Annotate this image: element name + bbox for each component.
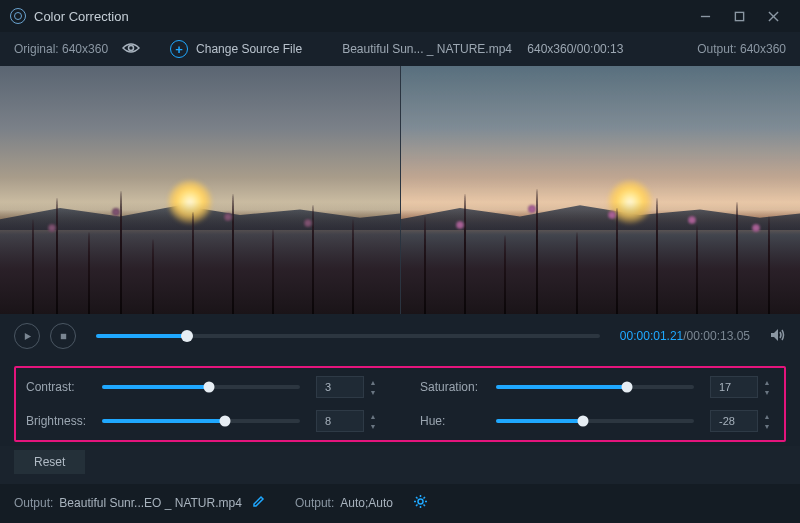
contrast-slider[interactable] <box>102 385 300 389</box>
maximize-button[interactable] <box>722 2 756 30</box>
brightness-row: Brightness: 8 ▲▼ <box>26 410 380 432</box>
minimize-button[interactable] <box>688 2 722 30</box>
source-file-meta: 640x360/00:00:13 <box>527 42 623 56</box>
brightness-step-down[interactable]: ▼ <box>366 421 380 431</box>
source-file-name: Beautiful Sun... _ NATURE.mp4 <box>342 42 512 56</box>
preview-divider <box>400 66 401 314</box>
svg-marker-5 <box>24 332 30 339</box>
brightness-value[interactable]: 8 <box>316 410 364 432</box>
brightness-slider[interactable] <box>102 419 300 423</box>
output-dimensions: Output: 640x360 <box>697 42 786 56</box>
app-icon <box>10 8 26 24</box>
reset-button[interactable]: Reset <box>14 450 85 474</box>
brightness-step-up[interactable]: ▲ <box>366 411 380 421</box>
contrast-step-down[interactable]: ▼ <box>366 387 380 397</box>
preview-corrected <box>400 66 800 314</box>
preview-original <box>0 66 400 314</box>
timeline-progress <box>96 334 187 338</box>
time-current: 00:00:01.21 <box>620 329 683 343</box>
hue-row: Hue: -28 ▲▼ <box>420 410 774 432</box>
add-source-icon[interactable]: + <box>170 40 188 58</box>
saturation-step-up[interactable]: ▲ <box>760 377 774 387</box>
saturation-step-down[interactable]: ▼ <box>760 387 774 397</box>
reset-row: Reset <box>0 446 800 484</box>
svg-point-4 <box>129 45 134 50</box>
stop-button[interactable] <box>50 323 76 349</box>
time-total: /00:00:13.05 <box>683 329 750 343</box>
output-settings-value: Auto;Auto <box>340 496 393 510</box>
preview-area <box>0 66 800 314</box>
output-area: Output: Beautiful Sunr...EO _ NATUR.mp4 … <box>0 484 800 523</box>
contrast-step-up[interactable]: ▲ <box>366 377 380 387</box>
hue-label: Hue: <box>420 414 496 428</box>
timeline-thumb[interactable] <box>181 330 193 342</box>
volume-icon[interactable] <box>770 328 786 345</box>
timeline-slider[interactable] <box>96 334 600 338</box>
title-bar: Color Correction <box>0 0 800 32</box>
saturation-value[interactable]: 17 <box>710 376 758 398</box>
original-dimensions: Original: 640x360 <box>14 42 108 56</box>
hue-slider[interactable] <box>496 419 694 423</box>
info-bar: Original: 640x360 + Change Source File B… <box>0 32 800 66</box>
adjustments-panel: Contrast: 3 ▲▼ Saturation: 17 ▲▼ Brightn… <box>0 358 800 446</box>
preview-toggle-icon[interactable] <box>122 42 140 57</box>
svg-marker-7 <box>771 329 778 341</box>
time-display: 00:00:01.21/00:00:13.05 <box>620 329 750 343</box>
adjustment-highlight-frame: Contrast: 3 ▲▼ Saturation: 17 ▲▼ Brightn… <box>14 366 786 442</box>
hue-value[interactable]: -28 <box>710 410 758 432</box>
svg-rect-1 <box>735 12 743 20</box>
window-title: Color Correction <box>34 9 129 24</box>
contrast-value[interactable]: 3 <box>316 376 364 398</box>
svg-point-8 <box>418 499 423 504</box>
contrast-label: Contrast: <box>26 380 102 394</box>
output-settings-icon[interactable] <box>413 494 428 512</box>
output-file-label: Output: <box>14 496 53 510</box>
svg-rect-6 <box>60 333 65 338</box>
close-button[interactable] <box>756 2 790 30</box>
output-file-value: Beautiful Sunr...EO _ NATUR.mp4 <box>59 496 242 510</box>
play-button[interactable] <box>14 323 40 349</box>
playback-bar: 00:00:01.21/00:00:13.05 <box>0 314 800 358</box>
saturation-row: Saturation: 17 ▲▼ <box>420 376 774 398</box>
contrast-row: Contrast: 3 ▲▼ <box>26 376 380 398</box>
output-info-row: Output: Beautiful Sunr...EO _ NATUR.mp4 … <box>14 490 786 516</box>
hue-step-up[interactable]: ▲ <box>760 411 774 421</box>
brightness-label: Brightness: <box>26 414 102 428</box>
edit-output-name-icon[interactable] <box>252 495 265 511</box>
output-settings-label: Output: <box>295 496 334 510</box>
change-source-button[interactable]: Change Source File <box>196 42 302 56</box>
source-file-info: Beautiful Sun... _ NATURE.mp4 640x360/00… <box>342 42 623 56</box>
hue-step-down[interactable]: ▼ <box>760 421 774 431</box>
saturation-label: Saturation: <box>420 380 496 394</box>
saturation-slider[interactable] <box>496 385 694 389</box>
